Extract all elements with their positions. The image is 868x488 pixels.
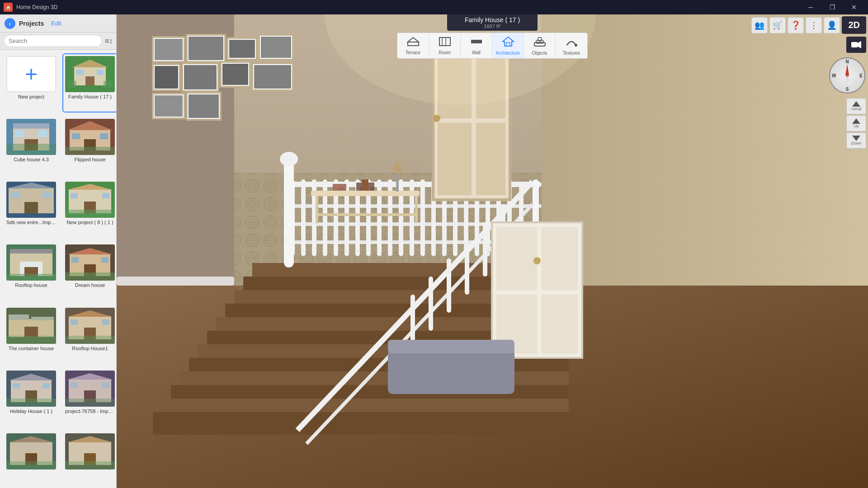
edit-button[interactable]: Edit [51, 20, 61, 27]
project-label-dream-house: Dream house [75, 282, 105, 288]
account-button[interactable]: 👤 [824, 17, 840, 33]
aerial-button[interactable]: Aerial [846, 98, 866, 114]
project-item-cube-house[interactable]: Cube house 4.3 [4, 116, 59, 175]
toolbar-room[interactable]: Room [429, 33, 461, 58]
plus-icon: + [25, 63, 38, 85]
project-grid: + New project Family House ( 17 ) [0, 50, 116, 488]
svg-rect-114 [301, 179, 306, 256]
svg-rect-27 [42, 192, 52, 198]
project-76758-thumb [65, 371, 115, 407]
close-button[interactable]: ✕ [844, 0, 864, 14]
project-label-rooftop-house1: Rooftop House1 [72, 346, 108, 351]
svg-rect-51 [31, 317, 54, 320]
video-button[interactable] [846, 37, 866, 53]
window-controls: ─ ❐ ✕ [800, 0, 864, 14]
project-item-holiday-house[interactable]: Holiday House ( 1 ) [4, 368, 59, 427]
video-camera-icon [851, 41, 861, 49]
sort-button[interactable]: ≡↕ [105, 37, 113, 45]
svg-rect-3 [85, 76, 94, 85]
svg-point-204 [575, 44, 577, 47]
holiday-house-svg [6, 371, 56, 407]
project-item-rooftop-house[interactable]: Rooftop house [4, 242, 59, 301]
project-item-new[interactable]: + New project [4, 53, 59, 113]
svg-rect-58 [71, 319, 78, 325]
svg-rect-46 [101, 257, 108, 263]
aerial-icon [852, 101, 860, 107]
project-title-bar: Family House ( 17 ) 1687 ft² [447, 14, 538, 31]
minimize-button[interactable]: ─ [800, 0, 821, 14]
svg-marker-199 [503, 37, 514, 46]
svg-rect-32 [71, 193, 78, 198]
project-label-holiday-house: Holiday House ( 1 ) [10, 408, 52, 414]
project-item-new-project-8[interactable]: New project ( 8 ) ( 1 ) [62, 179, 116, 238]
sdb-new-svg [6, 182, 56, 218]
project-item-bottom2[interactable] [62, 431, 116, 484]
search-input[interactable] [4, 35, 102, 47]
down-button[interactable]: Down [846, 132, 866, 149]
toolbar-textures[interactable]: Textures [556, 33, 587, 58]
project-item-dream-house[interactable]: Dream house [62, 242, 116, 301]
svg-rect-13 [38, 130, 47, 137]
app-icon: 🏠 [4, 3, 13, 12]
svg-rect-72 [71, 382, 78, 388]
project-item-bottom1[interactable] [4, 431, 59, 484]
svg-rect-142 [429, 277, 433, 331]
project-item-sdb-new[interactable]: Sdb new entre...Importé ( 2 ) [4, 179, 59, 238]
svg-rect-174 [184, 65, 217, 89]
project-item-flipped-house[interactable]: Flipped house [62, 116, 116, 175]
svg-rect-180 [155, 95, 183, 117]
project-label-rooftop-house: Rooftop house [15, 282, 47, 288]
project-title: Family House ( 17 ) [458, 16, 527, 23]
svg-rect-186 [496, 227, 537, 290]
svg-point-162 [433, 115, 440, 122]
terrace-icon [407, 37, 420, 49]
svg-rect-205 [851, 42, 858, 47]
compass-west: W [832, 73, 836, 78]
architecture-icon [502, 36, 514, 50]
family-house-thumb [65, 56, 115, 92]
svg-rect-6 [67, 81, 76, 88]
svg-rect-107 [162, 399, 569, 412]
back-button[interactable]: ‹ [5, 18, 15, 29]
svg-rect-65 [13, 383, 20, 389]
svg-rect-7 [104, 81, 113, 88]
project-label-new: New project [18, 94, 44, 99]
svg-rect-25 [24, 202, 38, 213]
compass: N S E W [829, 57, 865, 94]
project-item-project-76758[interactable]: project-76758 - Importé [62, 368, 116, 427]
svg-rect-50 [9, 314, 29, 320]
project-item-family-house[interactable]: Family House ( 17 ) [62, 53, 116, 113]
up-label: Up [854, 124, 859, 128]
help-button[interactable]: ❓ [788, 17, 804, 33]
svg-marker-209 [845, 65, 849, 75]
svg-rect-45 [71, 257, 79, 263]
svg-rect-194 [408, 42, 419, 46]
project-item-container-house[interactable]: The container house [4, 305, 59, 364]
up-button[interactable]: Up [846, 115, 866, 131]
svg-rect-34 [65, 210, 115, 218]
toolbar-terrace[interactable]: Terrace [397, 33, 429, 58]
cube-house-thumb [6, 119, 56, 155]
restore-button[interactable]: ❐ [822, 0, 843, 14]
toolbar-objects[interactable]: Objects [524, 33, 556, 58]
svg-rect-26 [11, 192, 20, 198]
users-button[interactable]: 👥 [751, 17, 768, 33]
main-viewport[interactable]: Family House ( 17 ) 1687 ft² Terrace Roo… [117, 14, 868, 488]
app-title: Home Design 3D [16, 4, 800, 10]
new-project-8-thumb [65, 182, 115, 218]
compass-north: N [845, 59, 849, 64]
toolbar-wall[interactable]: Wall [461, 33, 492, 58]
svg-point-145 [280, 152, 298, 166]
project-item-rooftop-house1[interactable]: Rooftop House1 [62, 305, 116, 364]
view-2d-button[interactable]: 2D [842, 16, 866, 34]
compass-south: S [846, 87, 849, 92]
toolbar-architecture[interactable]: Architecture [492, 33, 524, 58]
project-label-project-76758: project-76758 - Importé [65, 408, 115, 414]
menu-button[interactable]: ⋮ [806, 17, 822, 33]
svg-rect-155 [333, 184, 346, 191]
cart-button[interactable]: 🛒 [769, 17, 786, 33]
svg-rect-139 [483, 222, 487, 277]
svg-rect-146 [311, 191, 420, 196]
room-icon [439, 37, 451, 49]
svg-rect-149 [415, 196, 418, 223]
